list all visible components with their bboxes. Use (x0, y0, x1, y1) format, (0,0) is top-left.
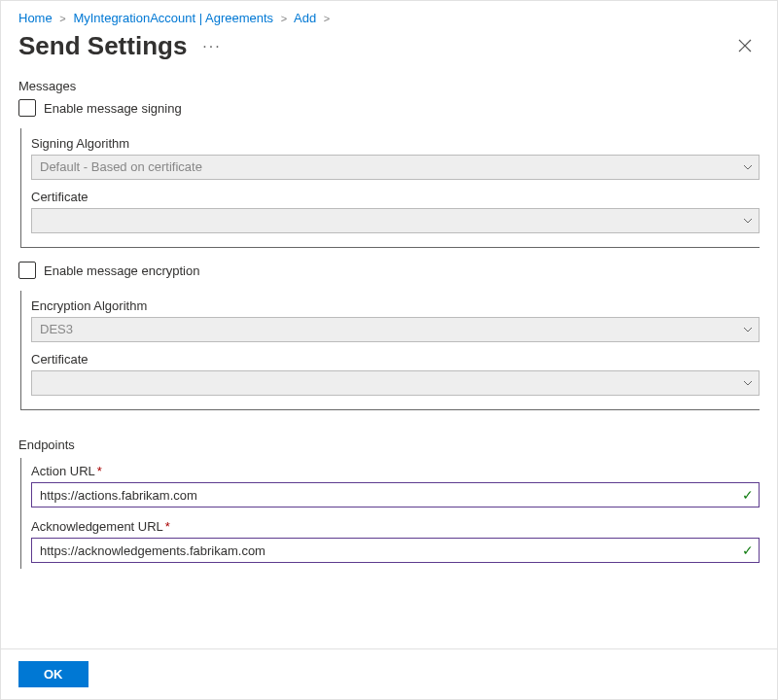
ok-button[interactable]: OK (18, 661, 88, 687)
signing-certificate-label: Certificate (31, 190, 760, 204)
breadcrumb-add[interactable]: Add (294, 11, 316, 25)
ack-url-input-wrap: ✓ (31, 538, 760, 563)
encryption-certificate-label: Certificate (31, 352, 760, 367)
signing-algorithm-label: Signing Algorithm (31, 136, 760, 151)
signing-algorithm-dropdown[interactable]: Default - Based on certificate (31, 155, 760, 180)
breadcrumb-integration-account[interactable]: MyIntegrationAccount | Agreements (73, 11, 273, 25)
chevron-right-icon: > (324, 13, 330, 24)
check-icon: ✓ (742, 487, 754, 503)
more-icon[interactable]: ··· (202, 38, 221, 55)
chevron-down-icon (743, 164, 753, 170)
signing-certificate-dropdown[interactable] (31, 208, 760, 233)
signing-algorithm-value: Default - Based on certificate (40, 159, 202, 174)
enable-signing-checkbox[interactable] (18, 99, 36, 117)
chevron-right-icon: > (59, 13, 65, 24)
enable-encryption-checkbox[interactable] (18, 262, 36, 279)
content-area: Messages Enable message signing Signing … (1, 79, 777, 647)
action-url-input-wrap: ✓ (31, 482, 760, 508)
endpoints-section: Endpoints Action URL* ✓ Acknowledgement … (18, 438, 760, 569)
endpoints-inner: Action URL* ✓ Acknowledgement URL* ✓ (20, 458, 760, 569)
enable-encryption-row: Enable message encryption (18, 262, 760, 279)
encryption-algorithm-value: DES3 (40, 322, 73, 336)
signing-sub-block: Signing Algorithm Default - Based on cer… (20, 128, 760, 248)
encryption-certificate-dropdown[interactable] (31, 370, 760, 396)
action-url-label-text: Action URL (31, 464, 95, 478)
enable-signing-row: Enable message signing (18, 99, 760, 117)
required-indicator: * (97, 464, 102, 478)
footer-bar: OK (1, 648, 777, 699)
close-icon[interactable] (730, 34, 760, 59)
page-title: Send Settings (18, 31, 187, 61)
encryption-algorithm-dropdown[interactable]: DES3 (31, 317, 760, 342)
encryption-algorithm-label: Encryption Algorithm (31, 298, 760, 313)
required-indicator: * (165, 519, 170, 534)
enable-signing-label: Enable message signing (44, 101, 182, 116)
check-icon: ✓ (742, 542, 754, 558)
chevron-down-icon (743, 218, 753, 224)
endpoints-section-label: Endpoints (18, 438, 760, 452)
ack-url-label: Acknowledgement URL* (31, 519, 760, 534)
chevron-down-icon (743, 327, 753, 332)
breadcrumb-home[interactable]: Home (18, 11, 53, 25)
ack-url-input[interactable] (31, 538, 760, 563)
ack-url-label-text: Acknowledgement URL (31, 519, 163, 534)
action-url-input[interactable] (31, 482, 760, 508)
action-url-label: Action URL* (31, 464, 760, 478)
enable-encryption-label: Enable message encryption (44, 263, 199, 278)
page-header: Send Settings ··· (1, 31, 777, 79)
chevron-right-icon: > (281, 13, 287, 24)
messages-section-label: Messages (18, 79, 760, 93)
encryption-sub-block: Encryption Algorithm DES3 Certificate (20, 291, 760, 410)
chevron-down-icon (743, 380, 753, 386)
breadcrumb: Home > MyIntegrationAccount | Agreements… (1, 1, 777, 31)
